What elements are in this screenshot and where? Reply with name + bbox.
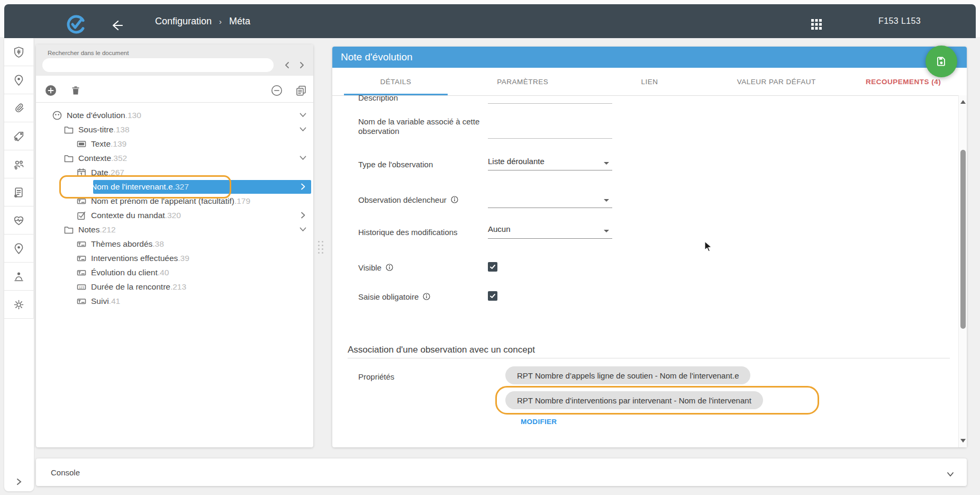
search-zone: Rechercher dans le document bbox=[36, 44, 313, 76]
trigger-observation-select[interactable] bbox=[488, 208, 612, 208]
property-chip[interactable]: RPT Nombre d’interventions par intervena… bbox=[505, 391, 763, 409]
rail-item-tags[interactable] bbox=[4, 122, 34, 150]
tree-item-notes[interactable]: Notes.212 bbox=[36, 223, 313, 237]
tree-item-nom-et-prenom-appelant[interactable]: Nom et prénom de l'appelant (facultatif)… bbox=[36, 194, 313, 208]
scrollbar-thumb[interactable] bbox=[960, 150, 966, 329]
apps-grid-icon[interactable] bbox=[809, 17, 824, 32]
chevron-right-icon[interactable] bbox=[299, 183, 307, 191]
chevron-down-icon[interactable] bbox=[299, 111, 307, 119]
observation-type-select[interactable] bbox=[488, 170, 612, 170]
property-chip[interactable]: RPT Nombre d’appels ligne de soutien - N… bbox=[505, 366, 750, 384]
copy-pages-icon bbox=[295, 85, 307, 96]
text-field-icon bbox=[76, 239, 87, 249]
tree-item-contexte[interactable]: Contexte.352 bbox=[36, 151, 313, 165]
textarea-icon bbox=[76, 139, 87, 149]
description-label: Description bbox=[358, 95, 480, 102]
rail-item-places[interactable] bbox=[4, 235, 34, 263]
rail-item-care[interactable] bbox=[4, 263, 34, 291]
info-icon[interactable] bbox=[423, 293, 430, 300]
folder-icon bbox=[63, 153, 74, 164]
dropdown-caret-icon[interactable] bbox=[604, 199, 609, 202]
tab-parametres[interactable]: PARAMÈTRES bbox=[459, 68, 586, 95]
tab-valeur-par-defaut[interactable]: VALEUR PAR DÉFAUT bbox=[713, 68, 840, 95]
chevron-down-icon[interactable] bbox=[299, 226, 307, 233]
rail-item-users[interactable] bbox=[4, 150, 34, 178]
variable-name-input[interactable] bbox=[488, 138, 612, 139]
visible-label: Visible bbox=[358, 263, 480, 273]
scroll-up-arrow[interactable] bbox=[960, 100, 966, 104]
text-field-icon bbox=[76, 196, 87, 206]
breadcrumb-section[interactable]: Configuration bbox=[155, 16, 212, 27]
visible-checkbox[interactable] bbox=[488, 262, 497, 272]
panel-resize-gripper[interactable] bbox=[317, 238, 324, 256]
tree-item-suivi[interactable]: Suivi.41 bbox=[36, 294, 313, 308]
rail-expand-button[interactable] bbox=[4, 474, 34, 489]
tab-details[interactable]: DÉTAILS bbox=[332, 68, 459, 95]
tree-item-themes-abordes[interactable]: Thèmes abordés.38 bbox=[36, 237, 313, 251]
rail-item-attachments[interactable] bbox=[4, 94, 34, 122]
history-select[interactable] bbox=[488, 238, 612, 239]
properties-label: Propriétés bbox=[358, 372, 480, 382]
console-panel[interactable]: Console bbox=[36, 458, 967, 486]
app-logo-icon bbox=[66, 14, 87, 35]
collapse-all-button[interactable] bbox=[271, 85, 284, 97]
association-section-heading: Association d'une observation avec un co… bbox=[348, 345, 535, 355]
dropdown-caret-icon[interactable] bbox=[604, 230, 609, 232]
back-arrow-button[interactable] bbox=[108, 17, 125, 34]
breadcrumb-page: Méta bbox=[229, 16, 250, 27]
chevron-right-icon bbox=[15, 478, 23, 486]
history-value: Aucun bbox=[488, 224, 511, 233]
save-floppy-icon bbox=[934, 55, 948, 68]
tree-item-nom-de-lintervenant[interactable]: Nom de l'intervenant.e.327 bbox=[36, 180, 313, 194]
scrollbar bbox=[958, 95, 967, 447]
rail-item-documents[interactable] bbox=[4, 178, 34, 206]
number-field-icon: 123 bbox=[76, 282, 87, 292]
text-field-icon bbox=[76, 267, 87, 278]
tree-item-note-devolution[interactable]: Note d'évolution.130 bbox=[36, 109, 313, 122]
scroll-down-arrow[interactable] bbox=[960, 439, 966, 443]
delete-node-button[interactable] bbox=[70, 85, 83, 97]
save-button[interactable] bbox=[925, 46, 957, 77]
panel-title: Note d'évolution bbox=[341, 51, 413, 63]
tree-item-sous-titre[interactable]: Sous-titre.138 bbox=[36, 123, 313, 137]
rail-item-health[interactable] bbox=[4, 206, 34, 235]
tree-item-evolution-du-client[interactable]: Évolution du client.40 bbox=[36, 266, 313, 280]
tree-item-duree-de-la-rencontre[interactable]: 123 Durée de la rencontre.213 bbox=[36, 280, 313, 294]
text-field-icon bbox=[76, 296, 87, 307]
users-settings-icon bbox=[12, 158, 25, 171]
search-label: Rechercher dans le document bbox=[48, 50, 129, 56]
observation-detail-panel: Note d'évolution DÉTAILS PARAMÈTRES LIEN… bbox=[332, 47, 967, 447]
paperclip-icon bbox=[12, 102, 25, 115]
add-node-button[interactable] bbox=[45, 85, 58, 97]
search-next-button[interactable] bbox=[297, 61, 306, 69]
rail-item-locations[interactable] bbox=[4, 66, 34, 94]
observation-type-value: Liste déroulante bbox=[488, 157, 545, 166]
chevron-down-icon[interactable] bbox=[299, 125, 307, 133]
chevron-down-icon[interactable] bbox=[299, 154, 307, 162]
required-checkbox[interactable] bbox=[488, 291, 497, 301]
document-settings-icon bbox=[12, 186, 25, 199]
chevron-down-icon[interactable] bbox=[947, 470, 954, 475]
dropdown-caret-icon[interactable] bbox=[604, 162, 609, 165]
tree-item-contexte-du-mandat[interactable]: Contexte du mandat.320 bbox=[36, 209, 313, 222]
info-icon[interactable] bbox=[451, 196, 458, 203]
chevron-right-icon bbox=[297, 61, 306, 69]
duplicate-button[interactable] bbox=[295, 85, 308, 97]
tab-lien[interactable]: LIEN bbox=[586, 68, 713, 95]
search-prev-button[interactable] bbox=[283, 61, 292, 69]
tree-item-date[interactable]: Date.267 bbox=[36, 166, 313, 179]
svg-text:123: 123 bbox=[79, 286, 85, 289]
gear-icon bbox=[12, 298, 25, 311]
description-input[interactable] bbox=[488, 103, 612, 104]
tree-item-interventions-effectuees[interactable]: Interventions effectuées.39 bbox=[36, 251, 313, 265]
info-icon[interactable] bbox=[386, 264, 393, 271]
top-bar: Configuration › Méta F153 L153 bbox=[4, 4, 976, 38]
tree-item-texte[interactable]: Texte.139 bbox=[36, 137, 313, 151]
modify-link[interactable]: MODIFIER bbox=[521, 418, 557, 426]
minus-circle-icon bbox=[271, 85, 283, 96]
chevron-right-icon[interactable] bbox=[299, 211, 307, 219]
required-label: Saisie obligatoire bbox=[358, 292, 480, 302]
search-input[interactable] bbox=[42, 58, 274, 72]
rail-item-settings[interactable] bbox=[4, 291, 34, 319]
rail-item-shield[interactable] bbox=[4, 38, 34, 66]
